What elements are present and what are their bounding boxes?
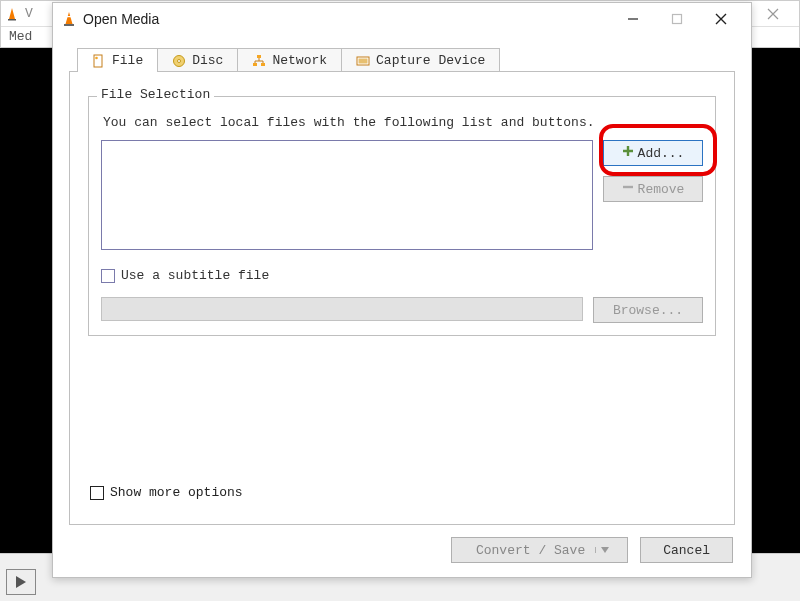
dialog-title: Open Media xyxy=(83,11,611,27)
minus-icon xyxy=(622,181,634,197)
cancel-button-label: Cancel xyxy=(663,543,710,558)
dropdown-arrow-icon[interactable] xyxy=(595,547,613,553)
svg-rect-6 xyxy=(673,15,682,24)
svg-marker-3 xyxy=(66,12,73,24)
use-subtitle-label: Use a subtitle file xyxy=(121,268,269,283)
convert-save-button[interactable]: Convert / Save xyxy=(451,537,628,563)
svg-marker-0 xyxy=(9,8,15,19)
svg-rect-12 xyxy=(253,63,257,66)
subtitle-path-field xyxy=(101,297,583,321)
file-list[interactable] xyxy=(101,140,593,250)
open-media-dialog: Open Media File Disc xyxy=(52,2,752,578)
network-icon xyxy=(252,54,266,68)
vlc-icon xyxy=(5,7,19,21)
show-more-options-checkbox[interactable]: Show more options xyxy=(90,485,714,500)
capture-icon xyxy=(356,54,370,68)
browse-button[interactable]: Browse... xyxy=(593,297,703,323)
browse-button-label: Browse... xyxy=(613,303,683,318)
file-selection-legend: File Selection xyxy=(97,87,214,102)
tab-file[interactable]: File xyxy=(77,48,158,72)
tab-file-label: File xyxy=(112,53,143,68)
file-buttons: Add... Remove xyxy=(603,140,703,250)
tab-disc[interactable]: Disc xyxy=(157,48,238,72)
svg-rect-5 xyxy=(64,24,74,26)
tab-content: File Selection You can select local file… xyxy=(69,71,735,525)
svg-rect-1 xyxy=(8,19,16,21)
file-selection-group: File Selection You can select local file… xyxy=(88,96,716,336)
maximize-button[interactable] xyxy=(655,5,699,33)
tabs: File Disc Network Capture Device xyxy=(77,43,735,71)
svg-marker-16 xyxy=(601,547,609,553)
svg-rect-13 xyxy=(261,63,265,66)
remove-button[interactable]: Remove xyxy=(603,176,703,202)
dialog-titlebar: Open Media xyxy=(53,3,751,35)
svg-rect-11 xyxy=(257,55,261,58)
tab-network-label: Network xyxy=(272,53,327,68)
vlc-icon xyxy=(61,11,77,27)
checkbox-box xyxy=(90,486,104,500)
file-icon xyxy=(92,54,106,68)
svg-marker-2 xyxy=(16,576,26,588)
add-button[interactable]: Add... xyxy=(603,140,703,166)
svg-point-8 xyxy=(95,56,98,59)
svg-rect-15 xyxy=(359,58,368,63)
convert-save-label: Convert / Save xyxy=(466,543,595,558)
tab-disc-label: Disc xyxy=(192,53,223,68)
minimize-button[interactable] xyxy=(611,5,655,33)
checkbox-box xyxy=(101,269,115,283)
dialog-footer: Convert / Save Cancel xyxy=(53,537,751,577)
use-subtitle-checkbox[interactable]: Use a subtitle file xyxy=(101,268,703,283)
play-button[interactable] xyxy=(6,569,36,595)
show-more-options-label: Show more options xyxy=(110,485,243,500)
remove-button-label: Remove xyxy=(638,182,685,197)
subtitle-row: Browse... xyxy=(101,297,703,323)
plus-icon xyxy=(622,145,634,161)
file-row: Add... Remove xyxy=(101,140,703,250)
main-close-button[interactable] xyxy=(751,0,795,28)
close-button[interactable] xyxy=(699,5,743,33)
tab-capture[interactable]: Capture Device xyxy=(341,48,500,72)
svg-point-10 xyxy=(178,59,181,62)
add-button-label: Add... xyxy=(638,146,685,161)
file-selection-hint: You can select local files with the foll… xyxy=(103,115,703,130)
tab-capture-label: Capture Device xyxy=(376,53,485,68)
tab-network[interactable]: Network xyxy=(237,48,342,72)
svg-rect-7 xyxy=(94,55,102,67)
svg-rect-4 xyxy=(67,16,72,17)
dialog-body: File Disc Network Capture Device xyxy=(53,35,751,537)
disc-icon xyxy=(172,54,186,68)
cancel-button[interactable]: Cancel xyxy=(640,537,733,563)
